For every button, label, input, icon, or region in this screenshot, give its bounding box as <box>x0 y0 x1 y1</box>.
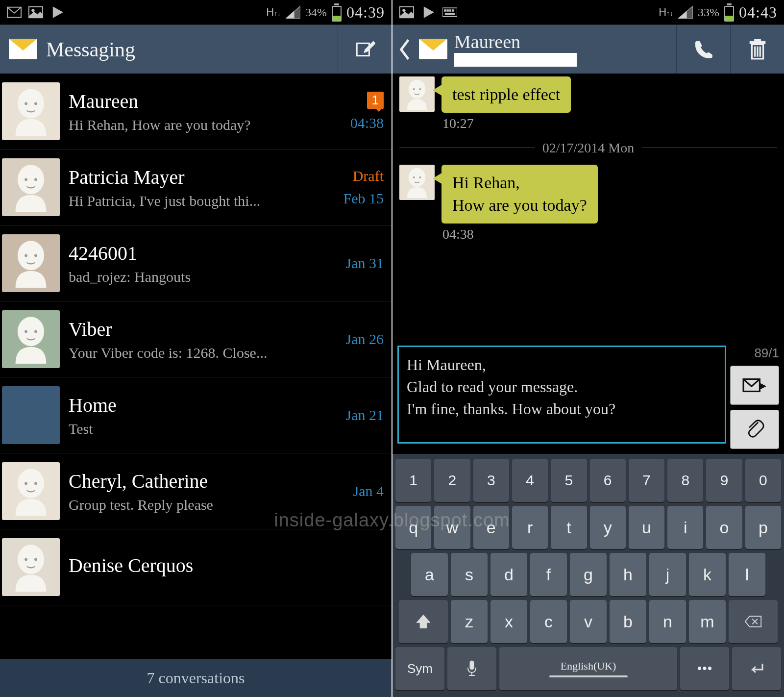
key-z[interactable]: z <box>451 600 488 643</box>
key-f[interactable]: f <box>530 553 567 596</box>
contact-name: 4246001 <box>69 242 330 265</box>
conversation-header: Maureen <box>392 25 784 74</box>
timestamp: Jan 26 <box>346 331 384 348</box>
compose-button[interactable] <box>338 25 392 74</box>
key-6[interactable]: 6 <box>590 459 626 502</box>
message-thread: test ripple effect 10:27 02/17/2014 Mon … <box>392 74 784 341</box>
space-key[interactable]: English(UK) <box>499 647 677 690</box>
key-o[interactable]: o <box>706 506 742 549</box>
network-h-icon: H↑↓ <box>266 6 281 19</box>
key-t[interactable]: t <box>551 506 587 549</box>
conversation-item[interactable]: 4246001bad_rojez: HangoutsJan 31 <box>0 225 392 301</box>
message-preview: Hi Rehan, How are you today? <box>69 117 330 133</box>
battery-percent: 34% <box>305 6 327 19</box>
key-9[interactable]: 9 <box>706 459 742 502</box>
timestamp: Jan 4 <box>353 483 384 499</box>
conversation-item[interactable]: ViberYour Viber code is: 1268. Close...J… <box>0 301 392 377</box>
contact-name: Denise Cerquos <box>69 554 330 577</box>
avatar <box>2 462 60 520</box>
conversation-item[interactable]: HomeTestJan 21 <box>0 377 392 453</box>
message-time: 04:38 <box>442 226 777 242</box>
key-v[interactable]: v <box>570 600 607 643</box>
key-k[interactable]: k <box>689 553 726 596</box>
status-time: 04:39 <box>346 3 385 22</box>
call-button[interactable] <box>676 25 730 74</box>
conversation-item[interactable]: Cheryl, CatherineGroup test. Reply pleas… <box>0 453 392 529</box>
char-counter: 89/1 <box>730 346 779 361</box>
conversation-item[interactable]: Denise Cerquos <box>0 529 392 605</box>
key-d[interactable]: d <box>490 553 527 596</box>
message-preview: Hi Patricia, I've just bought thi... <box>69 193 330 209</box>
key-l[interactable]: l <box>729 553 765 596</box>
key-3[interactable]: 3 <box>473 459 509 502</box>
status-bar: H↑↓ 34% 04:39 <box>0 0 392 25</box>
conversation-item[interactable]: MaureenHi Rehan, How are you today?104:3… <box>0 74 392 149</box>
key-x[interactable]: x <box>490 600 527 643</box>
avatar <box>2 538 60 596</box>
received-message[interactable]: test ripple effect <box>399 76 777 113</box>
timestamp: Jan 21 <box>346 407 384 423</box>
key-s[interactable]: s <box>451 553 488 596</box>
key-b[interactable]: b <box>610 600 646 643</box>
shift-key[interactable] <box>399 600 448 643</box>
backspace-key[interactable] <box>729 600 778 643</box>
keyboard-icon <box>442 6 457 19</box>
unread-badge: 1 <box>367 92 384 109</box>
timestamp: Jan 31 <box>346 255 384 272</box>
received-message[interactable]: Hi Rehan, How are you today? <box>399 165 777 224</box>
delete-button[interactable] <box>730 25 784 74</box>
battery-percent: 33% <box>698 6 719 19</box>
key-w[interactable]: w <box>434 506 470 549</box>
timestamp: 04:38 <box>350 115 384 131</box>
contact-name: Patricia Mayer <box>69 166 330 189</box>
messaging-list-screen: H↑↓ 34% 04:39 Messaging MaureenHi Rehan,… <box>0 0 392 697</box>
key-a[interactable]: a <box>411 553 448 596</box>
key-p[interactable]: p <box>745 506 781 549</box>
key-j[interactable]: j <box>649 553 686 596</box>
key-2[interactable]: 2 <box>434 459 470 502</box>
key-m[interactable]: m <box>689 600 726 643</box>
svg-rect-12 <box>449 10 451 12</box>
svg-rect-20 <box>754 39 760 41</box>
message-input[interactable]: Hi Maureen, Glad to read your message. I… <box>397 346 726 444</box>
symbols-key[interactable]: Sym <box>395 647 444 690</box>
svg-point-5 <box>32 9 35 12</box>
key-8[interactable]: 8 <box>667 459 703 502</box>
attach-button[interactable] <box>730 410 779 449</box>
key-g[interactable]: g <box>570 553 607 596</box>
key-r[interactable]: r <box>512 506 548 549</box>
svg-rect-13 <box>452 10 454 12</box>
message-bubble: Hi Rehan, How are you today? <box>441 165 598 224</box>
contact-name: Home <box>69 394 330 417</box>
key-c[interactable]: c <box>530 600 567 643</box>
key-1[interactable]: 1 <box>395 459 431 502</box>
message-preview: Group test. Reply please <box>69 497 330 513</box>
key-0[interactable]: 0 <box>745 459 781 502</box>
key-5[interactable]: 5 <box>551 459 587 502</box>
enter-key[interactable] <box>732 647 781 690</box>
mic-key[interactable] <box>447 647 496 690</box>
key-h[interactable]: h <box>610 553 646 596</box>
key-4[interactable]: 4 <box>512 459 548 502</box>
key-u[interactable]: u <box>629 506 664 549</box>
key-y[interactable]: y <box>590 506 626 549</box>
conversation-item[interactable]: Patricia MayerHi Patricia, I've just bou… <box>0 149 392 225</box>
message-bubble: test ripple effect <box>441 76 571 113</box>
status-bar: H↑↓ 33% 04:43 <box>392 0 784 25</box>
back-button[interactable] <box>392 25 417 74</box>
avatar <box>2 234 60 292</box>
svg-rect-10 <box>444 10 446 12</box>
image-icon <box>28 6 43 19</box>
avatar <box>2 158 60 216</box>
key-i[interactable]: i <box>667 506 703 549</box>
play-icon <box>421 6 436 19</box>
contact-name: Viber <box>69 318 330 341</box>
key-q[interactable]: q <box>395 506 431 549</box>
key-7[interactable]: 7 <box>629 459 664 502</box>
key-e[interactable]: e <box>473 506 509 549</box>
keyboard[interactable]: 1234567890 qwertyuiop asdfghjkl zxcvbnm … <box>392 454 784 697</box>
send-button[interactable] <box>730 366 779 405</box>
app-header: Messaging <box>0 25 392 74</box>
settings-key[interactable]: ••• <box>680 647 729 690</box>
key-n[interactable]: n <box>649 600 686 643</box>
